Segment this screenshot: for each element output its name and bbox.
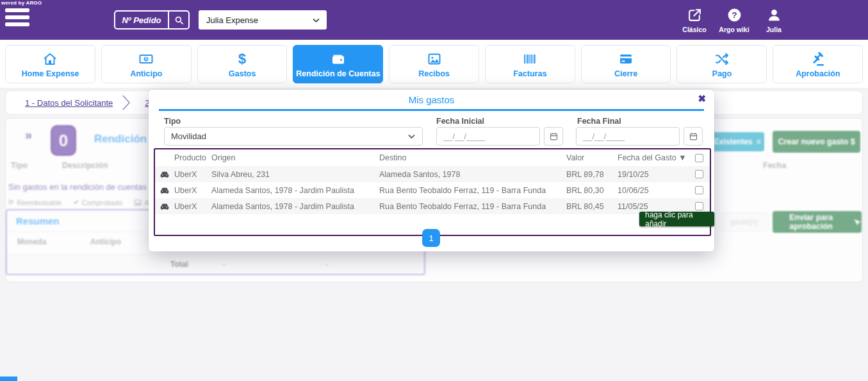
tipo-select-value: Movilidad xyxy=(171,131,407,141)
chevron-right-icon xyxy=(122,94,131,111)
order-search-group xyxy=(114,10,190,30)
mis-gastos-modal: Mis gastos ✖ Tipo Fecha Inicial Fecha Fi… xyxy=(149,90,714,251)
existentes-label: Existentes xyxy=(714,137,752,146)
crear-nuevo-gasto-button[interactable]: Crear nuevo gasto $ xyxy=(773,131,860,153)
tipo-filter-label: Tipo xyxy=(164,117,181,126)
row-1-checkbox[interactable] xyxy=(695,170,703,178)
chevron-down-icon xyxy=(312,16,320,24)
clasico-button[interactable]: Clásico xyxy=(676,5,712,33)
card-icon xyxy=(618,51,634,67)
resumen-col-anticipo: Anticipo xyxy=(90,237,121,246)
car-icon xyxy=(155,201,174,212)
shuffle-icon xyxy=(714,51,730,67)
module-nav: Home Expense 0 Anticipo $ Gastos Rendici… xyxy=(0,40,868,89)
calendar-icon xyxy=(689,131,698,141)
bottom-left-accent xyxy=(0,377,17,381)
tab-recibos[interactable]: Recibos xyxy=(389,45,479,83)
question-circle-icon: ? xyxy=(726,5,742,24)
profile-select-value: Julia Expense xyxy=(206,15,312,25)
col-producto: Producto xyxy=(174,153,211,162)
send-icon xyxy=(853,218,862,226)
add-click-tooltip[interactable]: haga clic para añadir xyxy=(639,212,714,226)
search-icon xyxy=(174,15,184,26)
dollar-icon: $ xyxy=(238,51,246,67)
fecha-final-calendar-button[interactable] xyxy=(684,127,703,146)
calendar-icon xyxy=(549,131,559,141)
user-menu-button[interactable]: Julia xyxy=(756,5,792,33)
legend-reembolsable: Reembolsable xyxy=(17,199,61,207)
gastos-table-header: Producto Origen Destino Valor Fecha del … xyxy=(155,149,710,166)
close-icon[interactable]: ✖ xyxy=(698,93,706,105)
tipo-select[interactable]: Movilidad xyxy=(164,127,423,146)
search-button[interactable] xyxy=(168,12,188,28)
argo-wiki-button[interactable]: ? Argo wiki xyxy=(716,5,752,33)
col-destino: Destino xyxy=(379,153,566,162)
tab-cierre[interactable]: Cierre xyxy=(581,45,671,83)
header-actions: Clásico ? Argo wiki Julia xyxy=(676,5,792,33)
tab-anticipo[interactable]: 0 Anticipo xyxy=(101,45,192,83)
home-icon xyxy=(42,51,58,67)
resumen-total-row: Total - - xyxy=(7,254,424,273)
powered-by-text: wered by ARGO xyxy=(1,0,42,6)
wallet-icon xyxy=(331,51,346,67)
gasto-row-1[interactable]: UberX Silva Abreu, 231 Alameda Santos, 1… xyxy=(155,166,710,182)
clasico-label: Clásico xyxy=(682,26,706,33)
refresh-icon: ⟳ xyxy=(8,198,14,207)
attachment-image-icon xyxy=(134,199,142,207)
bg-column-fecha: Fecha xyxy=(763,161,786,170)
tab-pago[interactable]: Pago xyxy=(676,45,767,83)
col-valor: Valor xyxy=(566,153,618,162)
empty-expenses-message: Sin gastos en la rendición de cuentas xyxy=(8,182,147,192)
fecha-final-label: Fecha Final xyxy=(577,117,621,126)
svg-text:?: ? xyxy=(732,10,737,20)
bg-column-tipo: Tipo xyxy=(11,161,28,170)
bg-column-descripcion: Descripción xyxy=(62,161,108,170)
disabled-gasto-button: gasto(s) xyxy=(719,212,769,232)
pagination-page-1[interactable]: 1 xyxy=(422,229,440,247)
hamburger-menu-icon[interactable] xyxy=(5,8,29,30)
banknote-icon: 0 xyxy=(138,51,154,67)
external-link-icon xyxy=(687,5,703,24)
gasto-row-2[interactable]: UberX Alameda Santos, 1978 - Jardim Paul… xyxy=(155,182,710,198)
tab-facturas[interactable]: Facturas xyxy=(485,45,575,83)
col-origen: Origen xyxy=(211,153,379,162)
gasto-row-3[interactable]: UberX Alameda Santos, 1978 - Jardim Paul… xyxy=(155,198,710,214)
breadcrumb-step-1[interactable]: 1 - Datos del Solicitante xyxy=(25,98,113,108)
row-2-checkbox[interactable] xyxy=(695,186,703,194)
legend-comprobado: Comprobado xyxy=(82,199,123,207)
search-input[interactable] xyxy=(115,12,168,28)
argo-wiki-label: Argo wiki xyxy=(719,26,749,33)
barcode-icon xyxy=(522,51,537,67)
profile-select[interactable]: Julia Expense xyxy=(199,10,327,30)
receipt-photo-icon xyxy=(427,51,442,67)
resumen-title: Resumen xyxy=(16,216,60,226)
user-label: Julia xyxy=(766,26,782,33)
total-label: Total xyxy=(170,260,188,269)
total-value-2: - xyxy=(325,260,328,269)
fecha-final-input[interactable] xyxy=(576,127,680,146)
fecha-inicial-input[interactable] xyxy=(436,127,540,146)
car-icon xyxy=(155,185,174,196)
select-all-checkbox[interactable] xyxy=(695,154,703,162)
svg-text:0: 0 xyxy=(145,56,147,61)
expense-count-badge: 0 xyxy=(51,125,76,156)
collapse-chevrons-icon[interactable]: » xyxy=(25,128,32,142)
user-icon xyxy=(766,5,782,24)
fecha-inicial-calendar-button[interactable] xyxy=(544,127,563,146)
gastos-table: Producto Origen Destino Valor Fecha del … xyxy=(154,148,711,236)
tab-home-expense[interactable]: Home Expense xyxy=(5,45,95,83)
car-icon xyxy=(155,169,174,180)
col-fecha-del-gasto-sort[interactable]: Fecha del Gasto ▼ xyxy=(618,153,688,162)
tab-aprobacion[interactable]: Aprobación xyxy=(773,45,863,83)
check-icon: ✔ xyxy=(74,198,79,207)
app-header: wered by ARGO Julia Expense Clásico ? Ar… xyxy=(0,0,868,40)
fecha-inicial-label: Fecha Inicial xyxy=(436,117,484,126)
row-3-checkbox[interactable] xyxy=(695,202,703,210)
list-icon: ≡ xyxy=(757,137,761,146)
existentes-button[interactable]: Existentes ≡ xyxy=(710,132,764,151)
enviar-aprobacion-button[interactable]: Enviar para aprobación xyxy=(773,211,862,233)
gavel-icon xyxy=(810,51,826,67)
tab-rendicion-de-cuentas[interactable]: Rendición de Cuentas xyxy=(293,45,383,83)
tab-gastos[interactable]: $ Gastos xyxy=(197,45,288,83)
chevron-down-icon xyxy=(407,132,416,140)
